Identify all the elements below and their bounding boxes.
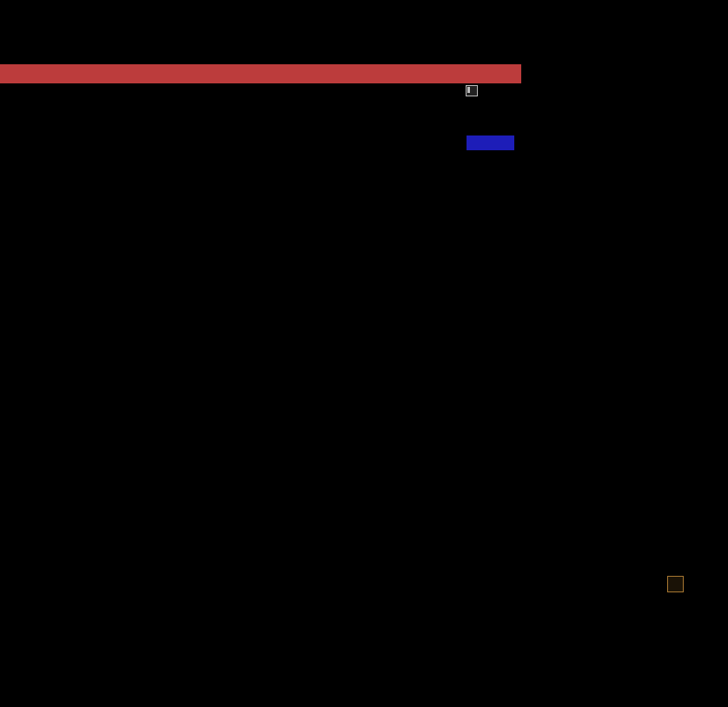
watermark [294,651,433,704]
panel-layout-icon[interactable] [466,85,478,96]
popup-chart-header [43,83,87,97]
popup-title-bar[interactable] [0,64,521,83]
minute-chart-area[interactable] [0,64,521,432]
tdx-screen [0,0,728,707]
rank-button[interactable] [667,576,684,592]
minute-chart-popup [0,64,521,432]
price-tag [467,135,514,150]
